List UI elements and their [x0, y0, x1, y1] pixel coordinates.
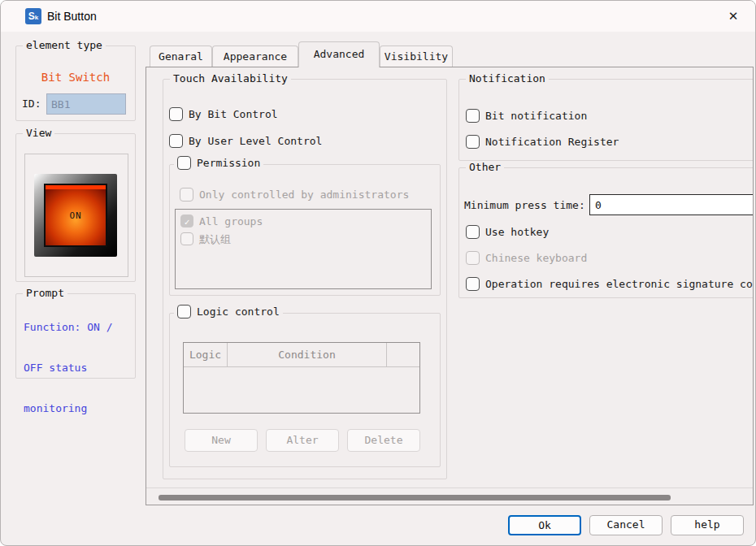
cancel-button[interactable]: Cancel [589, 515, 663, 535]
minimum-press-time-input[interactable] [589, 194, 754, 215]
prompt-text: Function: ON / OFF status monitoring [24, 317, 113, 418]
notification-group-label: Notification [466, 72, 549, 84]
tab-visibility[interactable]: Visibility [380, 46, 453, 67]
default-group-label: 默认组 [199, 232, 231, 246]
logic-control-label[interactable]: Logic control [197, 306, 280, 318]
notification-group: Notification Bit notification Notificati… [458, 79, 754, 161]
view-group: View ON [15, 133, 136, 282]
tab-genaral[interactable]: Genaral [150, 46, 212, 67]
prompt-group: Prompt Function: ON / OFF status monitor… [15, 293, 136, 379]
logic-condition-table: Logic Condition [183, 342, 420, 414]
bit-notification-checkbox[interactable] [466, 109, 480, 123]
esignature-checkbox[interactable] [466, 277, 480, 291]
bit-button-dialog: Sk Bit Button ✕ element type Bit Switch … [0, 0, 756, 546]
chinese-keyboard-label: Chinese keyboard [485, 251, 587, 265]
by-bit-control-label[interactable]: By Bit Control [189, 107, 278, 121]
element-type-group: element type Bit Switch ID: [15, 46, 136, 121]
logic-table-header: Logic Condition [184, 343, 419, 367]
blank-column-header [387, 343, 419, 366]
view-group-label: View [23, 127, 54, 139]
use-hotkey-label[interactable]: Use hotkey [485, 225, 549, 239]
close-icon[interactable]: ✕ [715, 1, 752, 32]
by-bit-control-checkbox[interactable] [169, 107, 183, 121]
logic-control-group: Logic control Logic Condition New Alter … [169, 313, 441, 467]
alter-button: Alter [266, 429, 339, 452]
ok-button[interactable]: Ok [508, 515, 581, 535]
horizontal-scrollbar-thumb[interactable] [159, 495, 671, 500]
delete-button: Delete [347, 429, 420, 452]
esignature-label[interactable]: Operation requires electronic signature … [485, 277, 754, 291]
new-button: New [185, 429, 258, 452]
default-group-checkbox [180, 232, 193, 245]
bit-button-preview-face: ON [44, 184, 107, 247]
all-groups-label: All groups [199, 214, 263, 228]
preview-state-text: ON [69, 210, 81, 221]
window-title: Bit Button [47, 1, 97, 32]
bit-notification-label[interactable]: Bit notification [485, 109, 587, 123]
by-user-level-control-checkbox[interactable] [169, 134, 183, 148]
id-field [46, 93, 126, 115]
prompt-line-3: monitoring [24, 402, 87, 414]
other-group-label: Other [466, 161, 504, 173]
logic-control-checkbox[interactable] [177, 305, 191, 318]
bit-button-preview: ON [34, 174, 117, 257]
condition-column-header: Condition [228, 343, 387, 366]
group-listbox: All groups 默认组 [175, 209, 432, 289]
prompt-line-2: OFF status [24, 362, 87, 374]
id-label: ID: [22, 97, 41, 110]
prompt-line-1: Function: ON / [24, 321, 113, 333]
app-icon: Sk [25, 8, 41, 24]
tab-advanced[interactable]: Advanced [298, 41, 380, 67]
other-group: Other Minimum press time: Use hotkey Chi… [458, 167, 754, 298]
tab-appearance[interactable]: Appearance [212, 46, 298, 67]
permission-group: Permission Only controlled by administra… [169, 164, 441, 296]
chinese-keyboard-checkbox [466, 251, 480, 265]
notification-register-checkbox[interactable] [466, 135, 480, 149]
logic-column-header: Logic [184, 343, 228, 366]
permission-checkbox[interactable] [177, 156, 191, 170]
scroll-area-separator [146, 488, 753, 488]
advanced-tab-page: Touch Availability By Bit Control By Use… [146, 67, 754, 505]
title-bar: Sk Bit Button ✕ [1, 1, 755, 32]
use-hotkey-checkbox[interactable] [466, 225, 480, 239]
help-button[interactable]: help [671, 515, 744, 535]
admin-only-checkbox [180, 188, 193, 202]
by-user-level-control-label[interactable]: By User Level Control [189, 134, 322, 148]
app-icon-letter: S [28, 11, 35, 22]
view-preview-frame: ON [24, 154, 128, 277]
app-icon-letter-small: k [35, 14, 38, 21]
admin-only-label: Only controlled by administrators [199, 188, 409, 202]
all-groups-checkbox [180, 214, 193, 228]
element-type-group-label: element type [23, 39, 106, 51]
minimum-press-time-label: Minimum press time: [464, 198, 585, 212]
element-type-value: Bit Switch [16, 71, 135, 84]
touch-availability-label: Touch Availability [170, 72, 291, 84]
permission-label[interactable]: Permission [197, 157, 260, 169]
notification-register-label[interactable]: Notification Register [485, 135, 619, 149]
prompt-group-label: Prompt [23, 287, 67, 299]
